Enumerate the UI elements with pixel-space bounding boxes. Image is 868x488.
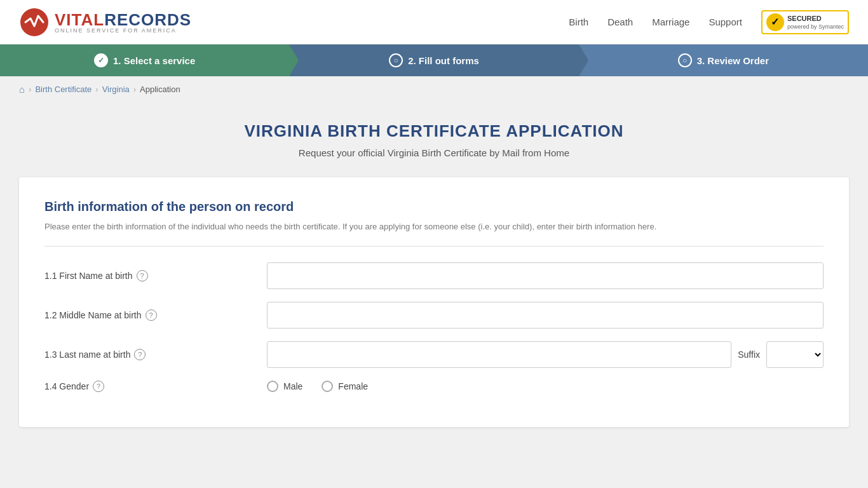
suffix-label: Suffix [738,349,760,360]
breadcrumb-home[interactable]: ⌂ [19,84,25,95]
last-name-input[interactable] [267,341,731,368]
label-text-1-2: 1.2 Middle Name at birth [44,310,142,320]
header: VITALRECORDS ONLINE SERVICE FOR AMERICA … [0,0,868,44]
step2-label: 2. Fill out forms [408,55,479,66]
label-text-1-3: 1.3 Last name at birth [44,349,130,360]
field-label-1-4: 1.4 Gender ? [44,381,267,392]
page-subtitle: Request your official Virginia Birth Cer… [19,147,849,158]
nav-area: Birth Death Marriage Support ✓ SECURED p… [569,10,849,34]
nav-marriage[interactable]: Marriage [652,17,689,27]
progress-step-1[interactable]: ✓ 1. Select a service [0,44,289,76]
progress-step-2[interactable]: ○ 2. Fill out forms [289,44,578,76]
field-row-1-3: 1.3 Last name at birth ? Suffix Jr. Sr. … [44,341,824,368]
divider [44,246,824,247]
logo-area: VITALRECORDS ONLINE SERVICE FOR AMERICA [19,7,191,37]
nav-support[interactable]: Support [709,17,742,27]
step3-circle: ○ [678,53,692,67]
norton-secured: SECURED [787,14,844,23]
norton-badge: ✓ SECURED powered by Symantec [761,10,849,34]
section-title: Birth information of the person on recor… [44,200,824,214]
field-input-area-1-1 [267,262,824,289]
home-icon: ⌂ [19,84,25,95]
field-row-1-2: 1.2 Middle Name at birth ? [44,302,824,329]
help-icon-1-1[interactable]: ? [137,270,148,281]
label-text-1-1: 1.1 First Name at birth [44,271,133,281]
section-desc: Please enter the birth information of th… [44,220,824,233]
help-icon-1-2[interactable]: ? [146,309,157,321]
logo-vital: VITAL [55,10,104,29]
logo-tagline: ONLINE SERVICE FOR AMERICA [55,27,191,34]
nav-death[interactable]: Death [607,17,633,27]
progress-step-3[interactable]: ○ 3. Review Order [579,44,868,76]
nav-birth[interactable]: Birth [569,17,588,27]
breadcrumb-sep-3: › [133,85,136,94]
main-content: VIRGINIA BIRTH CERTIFICATE APPLICATION R… [0,102,868,446]
radio-male-icon [267,381,278,392]
field-label-1-2: 1.2 Middle Name at birth ? [44,309,267,321]
help-icon-1-4[interactable]: ? [93,381,104,392]
help-icon-1-3[interactable]: ? [134,349,146,360]
step2-circle: ○ [389,53,403,67]
gender-female-option[interactable]: Female [322,381,368,392]
field-label-1-1: 1.1 First Name at birth ? [44,270,267,281]
breadcrumb-virginia[interactable]: Virginia [102,85,130,94]
breadcrumb-application: Application [140,85,180,94]
gender-options: Male Female [267,381,824,392]
field-row-1-4: 1.4 Gender ? Male Female [44,381,824,392]
breadcrumb: ⌂ › Birth Certificate › Virginia › Appli… [0,76,868,102]
step3-label: 3. Review Order [697,55,769,66]
logo-text: VITALRECORDS ONLINE SERVICE FOR AMERICA [55,10,191,34]
progress-bar: ✓ 1. Select a service ○ 2. Fill out form… [0,44,868,76]
gender-female-label: Female [338,381,368,391]
form-card: Birth information of the person on recor… [19,177,849,427]
breadcrumb-sep-2: › [95,85,98,94]
gender-options-area: Male Female [267,381,824,392]
step1-check-icon: ✓ [94,53,108,67]
logo-icon [19,7,50,37]
lastname-area: Suffix Jr. Sr. II III IV [267,341,824,368]
field-input-area-1-2 [267,302,824,329]
middle-name-input[interactable] [267,302,824,329]
step1-label: 1. Select a service [113,55,195,66]
gender-male-option[interactable]: Male [267,381,302,392]
logo-records: RECORDS [104,10,191,29]
norton-powered: powered by Symantec [787,24,844,30]
label-text-1-4: 1.4 Gender [44,381,89,391]
suffix-select[interactable]: Jr. Sr. II III IV [766,341,824,368]
gender-male-label: Male [283,381,302,391]
norton-text-block: SECURED powered by Symantec [787,14,844,29]
breadcrumb-sep-1: › [29,85,31,94]
radio-female-icon [322,381,333,392]
page-title: VIRGINIA BIRTH CERTIFICATE APPLICATION [19,121,849,141]
field-label-1-3: 1.3 Last name at birth ? [44,349,267,360]
breadcrumb-birth-certificate[interactable]: Birth Certificate [35,85,92,94]
norton-check-icon: ✓ [766,13,784,31]
first-name-input[interactable] [267,262,824,289]
field-row-1-1: 1.1 First Name at birth ? [44,262,824,289]
